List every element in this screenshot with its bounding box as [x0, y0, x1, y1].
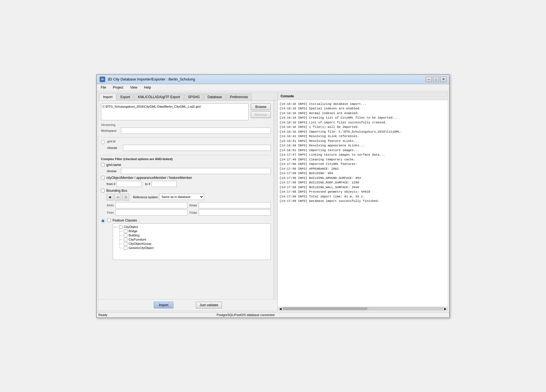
radio-gmlid[interactable] — [101, 140, 105, 144]
tree-item-cityobject: □─ CityObject — [114, 225, 269, 229]
minimize-button[interactable]: ─ — [426, 77, 432, 82]
draw-map-button[interactable]: ⬡ — [122, 194, 129, 200]
bottom-buttons: Import Just validate — [98, 299, 277, 311]
console-line: [14:17:47 INFO] Linking texture images t… — [279, 153, 446, 157]
menu-bar: File Project View Help — [97, 84, 449, 91]
console-line: [14:16:16 INFO] Normal indexes are enabl… — [279, 111, 446, 116]
xmin-input[interactable] — [115, 202, 187, 208]
tab-kml-export[interactable]: KML/COLLADA/gITF Export — [134, 94, 184, 100]
radio-feature-classes[interactable] — [101, 219, 105, 223]
checkbox-cityfurniture[interactable] — [124, 238, 127, 241]
gml-name-label: gml:name — [106, 163, 121, 167]
city-object-checkbox-row: cityObjectMember / appearanceMember / fe… — [101, 176, 271, 180]
range-row: from # to # — [107, 181, 271, 187]
gml-name-checkbox[interactable] — [101, 163, 105, 167]
tab-export[interactable]: Export — [117, 94, 134, 100]
panel-scrollbar[interactable] — [274, 101, 277, 299]
console-line: [14:16:16 INFO] Creating list of CityGML… — [279, 116, 446, 120]
gml-name-input[interactable] — [121, 168, 271, 174]
checkbox-cityobject[interactable] — [119, 225, 123, 229]
console-line: [14:17:50 INFO] Total import time: 01 m,… — [279, 194, 446, 199]
close-button[interactable]: ✕ — [440, 77, 446, 82]
window-controls: ─ □ ✕ — [426, 77, 446, 82]
workspace-input[interactable] — [121, 128, 271, 134]
main-content: Import Export KML/COLLADA/gITF Export SP… — [98, 92, 448, 311]
console-content[interactable]: [14:16:16 INFO] Initializing database im… — [278, 100, 448, 307]
xmax-label: Xmax — [189, 204, 197, 207]
status-db: PostgreSQL/PostGIS database connected — [217, 313, 448, 317]
tree-item-bridge: ├─ Bridge — [119, 229, 269, 233]
import-button[interactable]: Import — [154, 302, 173, 308]
tab-bar: Import Export KML/COLLADA/gITF Export SP… — [98, 93, 277, 101]
checkbox-cityobjectgroup[interactable] — [124, 242, 127, 246]
label-cityobject: CityObject — [124, 225, 138, 229]
label-cityobjectgroup: CityObjectGroup — [129, 242, 151, 245]
console-panel: Console [14:16:16 INFO] Initializing dat… — [278, 93, 448, 311]
window-title: 3D City Database Importer/Exporter : Ber… — [107, 77, 195, 81]
bounding-box-section: Bounding Box ◉ ▭ ⬡ Reference system Same… — [101, 189, 271, 216]
bbox-coords-grid: Xmin Xmax Ymin Ymax — [107, 202, 271, 216]
tab-database[interactable]: Database — [204, 94, 226, 100]
tab-preferences[interactable]: Preferences — [226, 94, 252, 100]
validate-button[interactable]: Just validate — [196, 302, 222, 308]
from-input[interactable] — [116, 181, 142, 187]
to-input[interactable] — [152, 181, 177, 187]
console-line: [14:16:41 INFO] Resolving feature XLinks… — [279, 139, 446, 144]
console-line: [14:17:50 INFO] BUILDING_ROOF_SURFACE: 1… — [279, 180, 446, 185]
ymax-input[interactable] — [199, 209, 271, 216]
import-panel: C:\RTG_Schulungskurs_2016\CityGML-Data\B… — [98, 101, 274, 299]
label-bridge: Bridge — [129, 229, 137, 233]
draw-rect-button[interactable]: ▭ — [114, 194, 121, 200]
gml-name-choose: choose — [107, 169, 119, 173]
gml-id-row: gml:id — [107, 140, 271, 143]
expand-cityobject-icon[interactable]: □─ — [114, 225, 118, 229]
panel-scroll-wrapper: C:\RTG_Schulungskurs_2016\CityGML-Data\B… — [98, 101, 277, 299]
tab-spshg[interactable]: SPSHG — [184, 94, 203, 100]
tree-line-genericcityobject: └─ — [119, 246, 123, 250]
console-line: [14:17:50 INFO] Processed geometry objec… — [279, 190, 446, 194]
workspace-label: Workspace — [101, 129, 119, 132]
title-bar-left: 3D 3D City Database Importer/Exporter : … — [100, 77, 195, 82]
maximize-button[interactable]: □ — [433, 77, 439, 82]
checkbox-genericcityobject[interactable] — [124, 246, 127, 250]
gml-id-input[interactable] — [123, 145, 271, 151]
browse-button[interactable]: Browse — [251, 103, 271, 110]
feature-classes-label: Feature Classes — [113, 218, 137, 222]
checkbox-building[interactable] — [124, 234, 127, 237]
file-buttons: Browse Remove — [251, 103, 271, 120]
gml-id-label: gml:id — [107, 140, 121, 143]
to-label: to # — [145, 182, 150, 186]
file-input-area[interactable]: C:\RTG_Schulungskurs_2016\CityGML-Data\B… — [101, 103, 249, 120]
menu-project[interactable]: Project — [111, 85, 125, 90]
console-scrollbar-area[interactable]: ◀ ▶ — [278, 307, 448, 311]
ymin-label: Ymin — [107, 211, 114, 214]
tab-import[interactable]: Import — [99, 94, 116, 100]
menu-file[interactable]: File — [99, 85, 108, 90]
ymin-input[interactable] — [115, 209, 187, 216]
tree-line-cityfurniture: ├─ — [119, 238, 123, 241]
menu-help[interactable]: Help — [143, 85, 153, 90]
feature-classes-checkbox[interactable] — [107, 218, 111, 222]
ref-system-label: Reference system — [133, 195, 158, 199]
bbox-checkbox[interactable] — [101, 189, 105, 192]
bounding-box-label: Bounding Box — [106, 189, 127, 193]
checkbox-bridge[interactable] — [124, 229, 127, 233]
console-line: [14:17:50 INFO] Database import successf… — [279, 199, 446, 204]
draw-circle-button[interactable]: ◉ — [107, 194, 113, 200]
console-line: [14:16:51 INFO] Importing texture images… — [279, 148, 446, 153]
xmax-input[interactable] — [199, 202, 271, 208]
console-scrollbar-track[interactable] — [282, 307, 443, 310]
console-line: [14:16:41 INFO] Resolving XLink referenc… — [279, 134, 446, 139]
gml-name-checkbox-row: gml:name — [101, 163, 271, 167]
console-scrollbar-thumb[interactable] — [283, 308, 367, 310]
ref-system-select[interactable]: Same as in database — [159, 194, 204, 200]
console-line: [14:17:50 INFO] Imported CityGML feature… — [279, 162, 446, 167]
complex-filter-title: Complex Filter (checked options are AND-… — [101, 157, 271, 161]
console-line: [14:16:16 INFO] 1 file(s) will be import… — [279, 125, 446, 130]
city-object-checkbox[interactable] — [101, 176, 105, 179]
status-ready: Ready — [98, 313, 214, 317]
feature-tree[interactable]: □─ CityObject ├─ Bridge — [113, 223, 271, 260]
versioning-label: Versioning — [101, 123, 271, 126]
remove-button[interactable]: Remove — [251, 111, 271, 118]
menu-view[interactable]: View — [129, 85, 139, 90]
